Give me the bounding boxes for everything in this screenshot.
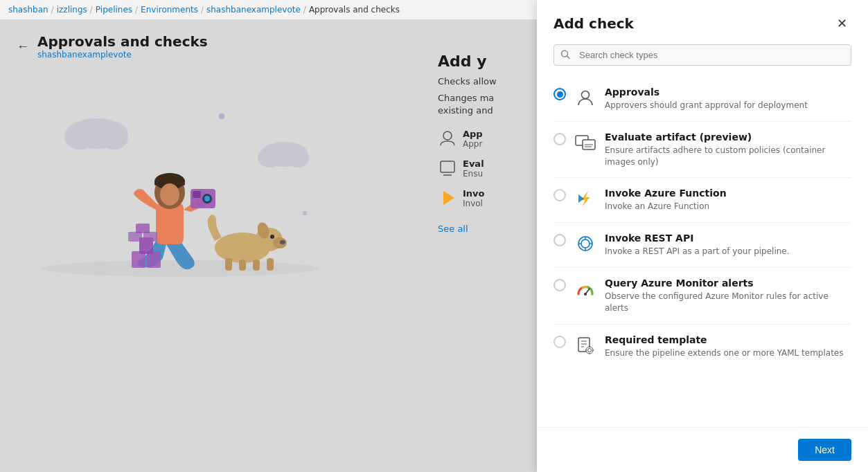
left-panel: ← Approvals and checks shashbanexamplevo… (0, 19, 537, 472)
next-button[interactable]: Next (798, 439, 851, 461)
add-check-panel: Add check ✕ Approvals Approvers should g (537, 0, 868, 472)
close-button[interactable]: ✕ (832, 14, 851, 33)
svg-rect-25 (225, 258, 232, 271)
svg-point-23 (270, 235, 274, 239)
check-option-function[interactable]: Invoke Azure Function Invoke an Azure Fu… (553, 178, 851, 223)
right-content: Add y Checks allow Changes maexisting an… (429, 39, 537, 468)
check-option-rest[interactable]: Invoke REST API Invoke a REST API as a p… (553, 223, 851, 268)
svg-rect-32 (128, 232, 142, 242)
search-box (553, 44, 851, 66)
panel-footer: Next (537, 427, 868, 472)
radio-rest[interactable] (553, 234, 566, 246)
svg-marker-38 (443, 191, 454, 205)
svg-point-2 (64, 125, 95, 149)
radio-template[interactable] (553, 336, 566, 348)
breadcrumb-izzlings[interactable]: izzlings (57, 5, 87, 15)
radio-approvals[interactable] (553, 88, 566, 100)
changes-desc: Changes maexisting and (438, 92, 529, 117)
rest-name: Invoke REST API (605, 233, 851, 244)
breadcrumb-approvals: Approvals and checks (309, 5, 400, 15)
page-title: Approvals and checks (37, 33, 208, 50)
function-icon (574, 188, 596, 210)
svg-point-24 (280, 240, 285, 244)
approvals-name: Approvals (605, 87, 851, 98)
breadcrumb-example-vote[interactable]: shashbanexamplevote (206, 5, 301, 15)
check-option-monitor[interactable]: Query Azure Monitor alerts Observe the c… (553, 268, 851, 325)
approvals-info: Approvals Approvers should grant approva… (605, 87, 851, 111)
approvals-icon-mini (438, 129, 457, 148)
search-icon (560, 49, 570, 61)
approvals-desc: Approvers should grant approval for depl… (605, 100, 851, 111)
breadcrumb: shashban / izzlings / Pipelines / Enviro… (0, 0, 537, 19)
evaluate-name: Evaluate artifact (preview) (605, 131, 851, 143)
check-option-approvals[interactable]: Approvals Approvers should grant approva… (553, 77, 851, 122)
svg-marker-48 (578, 194, 584, 203)
svg-rect-16 (193, 191, 201, 198)
svg-point-6 (287, 151, 309, 167)
panel-header: Add check ✕ (537, 0, 868, 44)
evaluate-icon (574, 131, 596, 154)
monitor-icon (574, 278, 596, 300)
svg-point-56 (584, 293, 587, 296)
mini-check-approvals: App Appr (438, 129, 529, 149)
template-desc: Ensure the pipeline extends one or more … (605, 347, 851, 359)
evaluate-icon-mini (438, 158, 457, 178)
svg-point-3 (100, 127, 128, 149)
radio-monitor[interactable] (553, 279, 566, 291)
checks-allow: Checks allow (438, 75, 529, 88)
template-name: Required template (605, 334, 851, 345)
svg-point-5 (258, 148, 283, 167)
add-your-title: Add y (438, 53, 529, 70)
svg-point-41 (582, 91, 590, 99)
breadcrumb-environments[interactable]: Environments (141, 5, 198, 15)
svg-point-9 (303, 211, 307, 215)
svg-point-14 (160, 183, 179, 206)
illustration (28, 54, 346, 303)
monitor-name: Query Azure Monitor alerts (605, 278, 851, 289)
mini-check-evaluate: Eval Ensu (438, 158, 529, 179)
function-name: Invoke Azure Function (605, 188, 851, 199)
search-input[interactable] (553, 44, 851, 66)
function-desc: Invoke an Azure Function (605, 201, 851, 212)
svg-rect-26 (239, 260, 246, 271)
evaluate-desc: Ensure artifacts adhere to custom polici… (605, 145, 851, 168)
svg-point-18 (204, 196, 210, 201)
template-info: Required template Ensure the pipeline ex… (605, 334, 851, 359)
svg-rect-27 (253, 260, 260, 271)
rest-icon (574, 233, 596, 255)
radio-evaluate[interactable] (553, 133, 566, 145)
see-all-link[interactable]: See all (438, 224, 468, 234)
svg-rect-34 (136, 224, 150, 233)
svg-rect-28 (267, 258, 274, 271)
panel-title: Add check (553, 15, 634, 32)
svg-point-35 (443, 131, 452, 140)
radio-function[interactable] (553, 189, 566, 201)
svg-point-50 (581, 239, 590, 248)
template-icon (574, 334, 596, 356)
mini-check-invoke: Invo Invol (438, 188, 529, 208)
function-info: Invoke Azure Function Invoke an Azure Fu… (605, 188, 851, 212)
approvals-icon (574, 87, 596, 109)
back-button[interactable]: ← (17, 39, 29, 54)
rest-info: Invoke REST API Invoke a REST API as a p… (605, 233, 851, 257)
check-option-evaluate[interactable]: Evaluate artifact (preview) Ensure artif… (553, 122, 851, 179)
invoke-icon-mini (438, 188, 457, 208)
monitor-desc: Observe the configured Azure Monitor rul… (605, 291, 851, 314)
breadcrumb-pipelines[interactable]: Pipelines (96, 5, 132, 15)
svg-point-58 (586, 347, 593, 354)
rest-desc: Invoke a REST API as a part of your pipe… (605, 246, 851, 257)
breadcrumb-shashban[interactable]: shashban (8, 5, 48, 15)
check-list: Approvals Approvers should grant approva… (537, 77, 868, 427)
svg-rect-36 (441, 161, 454, 172)
svg-point-7 (219, 114, 224, 119)
check-option-template[interactable]: Required template Ensure the pipeline ex… (553, 325, 851, 369)
svg-rect-33 (143, 232, 157, 242)
evaluate-info: Evaluate artifact (preview) Ensure artif… (605, 131, 851, 168)
monitor-info: Query Azure Monitor alerts Observe the c… (605, 278, 851, 314)
svg-line-40 (567, 56, 570, 59)
